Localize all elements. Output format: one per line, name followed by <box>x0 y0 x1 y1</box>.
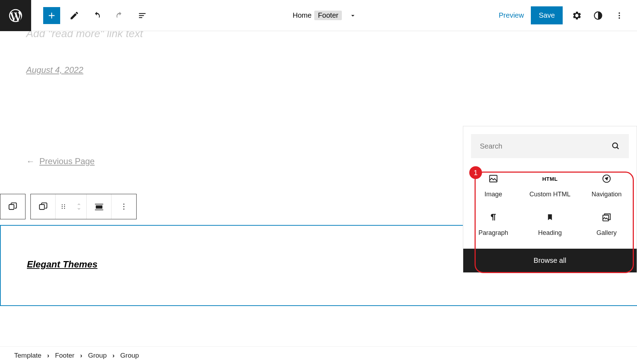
svg-point-5 <box>619 15 620 16</box>
block-type-button[interactable] <box>31 194 56 219</box>
plus-icon <box>47 11 57 21</box>
svg-point-19 <box>124 206 125 207</box>
svg-point-21 <box>613 143 618 148</box>
styles-button[interactable] <box>591 8 605 23</box>
svg-point-20 <box>124 209 125 210</box>
svg-rect-23 <box>490 175 497 182</box>
redo-button[interactable] <box>111 7 128 24</box>
more-options-button[interactable] <box>612 8 626 23</box>
block-label: Custom HTML <box>529 191 570 198</box>
breadcrumb-separator: › <box>47 352 49 359</box>
svg-point-4 <box>619 12 620 14</box>
block-label: Gallery <box>596 229 616 237</box>
edit-tool-button[interactable] <box>66 7 83 24</box>
svg-point-10 <box>64 204 65 206</box>
paragraph-icon <box>488 212 498 223</box>
block-label: Image <box>484 191 502 198</box>
block-item-heading[interactable]: Heading <box>523 207 576 242</box>
move-buttons[interactable] <box>71 194 87 219</box>
breadcrumb-bar: Template›Footer›Group›Group <box>0 346 637 364</box>
wordpress-icon <box>8 8 23 23</box>
search-input[interactable] <box>480 142 612 150</box>
save-button[interactable]: Save <box>531 6 563 24</box>
group-icon <box>38 202 48 212</box>
block-item-paragraph[interactable]: Paragraph <box>467 207 520 242</box>
image-icon <box>488 173 498 184</box>
breadcrumb-item[interactable]: Footer <box>55 352 74 359</box>
breadcrumb-item[interactable]: Group <box>88 352 107 359</box>
list-view-button[interactable] <box>134 7 151 24</box>
list-icon <box>137 11 147 21</box>
svg-point-9 <box>62 204 63 206</box>
chevron-down-icon <box>349 12 357 19</box>
block-inserter-panel: ImageHTMLCustom HTMLNavigationParagraphH… <box>463 126 637 273</box>
redo-icon <box>115 11 125 21</box>
block-label: Heading <box>538 229 562 237</box>
preview-button[interactable]: Preview <box>499 11 524 19</box>
kebab-icon <box>615 11 624 20</box>
svg-rect-7 <box>9 204 14 209</box>
template-root: Home <box>293 11 311 19</box>
read-more-placeholder[interactable]: Add "read more" link text <box>26 31 611 40</box>
wordpress-logo[interactable] <box>0 0 31 31</box>
breadcrumb-separator: › <box>113 352 115 359</box>
contrast-icon <box>593 11 603 21</box>
bookmark-icon <box>546 212 554 223</box>
svg-point-6 <box>619 17 620 19</box>
drag-icon <box>60 203 67 210</box>
svg-line-22 <box>617 147 619 149</box>
breadcrumb-item[interactable]: Template <box>14 352 41 359</box>
template-part: Footer <box>314 11 342 20</box>
svg-rect-8 <box>39 204 44 209</box>
block-item-navigation[interactable]: Navigation <box>580 168 633 203</box>
drag-handle[interactable] <box>56 194 71 219</box>
chevron-up-icon <box>76 202 81 206</box>
previous-page-link[interactable]: ← Previous Page <box>26 156 94 166</box>
block-label: Navigation <box>591 191 621 198</box>
undo-button[interactable] <box>88 7 105 24</box>
undo-icon <box>92 11 102 21</box>
breadcrumb-item[interactable]: Group <box>120 352 139 359</box>
svg-point-12 <box>64 206 65 207</box>
block-item-custom-html[interactable]: HTMLCustom HTML <box>523 168 576 203</box>
add-block-button[interactable] <box>43 7 60 24</box>
svg-point-11 <box>62 206 63 207</box>
topbar: Home Footer Preview Save <box>0 0 637 31</box>
post-date[interactable]: August 4, 2022 <box>26 65 611 75</box>
block-options-button[interactable] <box>111 194 136 219</box>
block-label: Paragraph <box>478 229 508 237</box>
template-indicator[interactable]: Home Footer <box>151 11 499 20</box>
svg-point-18 <box>124 204 125 205</box>
svg-point-13 <box>62 208 63 209</box>
inserter-search[interactable] <box>471 134 629 158</box>
editor-canvas: Add "read more" link text August 4, 2022… <box>0 31 637 346</box>
align-button[interactable] <box>87 194 111 219</box>
group-icon <box>8 202 18 212</box>
toolbar-right: Preview Save <box>499 6 637 24</box>
gallery-icon <box>602 212 612 223</box>
html-icon: HTML <box>542 173 558 184</box>
inserter-blocks-grid: ImageHTMLCustom HTMLNavigationParagraphH… <box>463 158 637 249</box>
search-icon <box>612 142 620 150</box>
arrow-left-icon: ← <box>26 156 39 166</box>
chevron-down-icon <box>76 207 81 211</box>
breadcrumb-separator: › <box>80 352 82 359</box>
toolbar-left <box>31 7 151 24</box>
parent-block-button[interactable] <box>0 194 25 219</box>
svg-rect-15 <box>96 206 102 209</box>
browse-all-button[interactable]: Browse all <box>463 249 637 272</box>
svg-point-14 <box>64 208 65 209</box>
block-item-image[interactable]: Image <box>467 168 520 203</box>
align-full-icon <box>94 202 104 212</box>
pencil-icon <box>69 11 79 21</box>
kebab-icon <box>120 202 128 211</box>
block-item-gallery[interactable]: Gallery <box>580 207 633 242</box>
gear-icon <box>572 11 582 21</box>
compass-icon <box>602 173 612 184</box>
settings-button[interactable] <box>570 8 584 23</box>
